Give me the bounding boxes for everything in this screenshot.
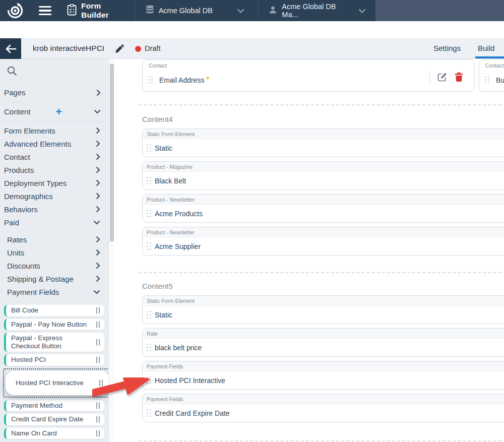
row-field-label: Email Address* [159, 76, 209, 84]
form-row-acme-products[interactable]: Product - Newsletter Acme Products [142, 194, 504, 223]
group-label: Behaviors [4, 205, 38, 214]
drag-handle-icon[interactable] [96, 307, 100, 314]
chip-label: Hosted PCI [11, 356, 46, 363]
form-row-partial[interactable]: Contact Bus [479, 59, 504, 92]
add-content-icon[interactable]: + [55, 107, 62, 116]
annotation-arrow [92, 377, 158, 411]
drag-handle-dots-icon[interactable] [147, 311, 151, 319]
row-type-label: Payment Fields [143, 361, 504, 371]
sidebar-search[interactable] [0, 59, 108, 83]
form-row-acme-supplier[interactable]: Product - Newsletter Acme Supplier [142, 227, 504, 256]
tab-settings[interactable]: Settings [433, 44, 461, 52]
account-selector[interactable]: Acme Global DB Ma... [259, 0, 375, 21]
chevron-right-icon [96, 89, 101, 96]
chip-label: Hosted PCI Interactive [16, 379, 84, 387]
database-selector[interactable]: Acme Global DB [136, 0, 253, 21]
section-title: Content4 [142, 115, 173, 123]
edit-title-pencil-icon[interactable] [115, 44, 124, 53]
drag-handle-icon[interactable] [96, 430, 100, 436]
form-row-black-belt-price[interactable]: Rate black belt price [142, 328, 504, 357]
row-field-label: Static [155, 311, 172, 319]
form-row-hosted-pci-interactive[interactable]: Payment Fields Hosted PCI Interactive [142, 361, 504, 390]
sidebar-subgroup-payment-fields[interactable]: Payment Fields [0, 285, 108, 298]
row-type-label: Product - Magazine [143, 162, 504, 172]
chip-paypal-express-checkout-button[interactable]: Paypal - Express Checkout Button [4, 333, 104, 352]
paid-subgroups: Rates Units Discounts Shipping & Postage… [0, 229, 108, 298]
sidebar-subgroup-shipping-postage[interactable]: Shipping & Postage [0, 272, 108, 285]
sidebar-subgroup-discounts[interactable]: Discounts [0, 259, 108, 272]
sidebar-item-label: Pages [4, 88, 26, 97]
chip-payment-method[interactable]: Payment Method [4, 400, 104, 412]
drag-handle-dots-icon[interactable] [147, 242, 151, 250]
chevron-right-icon [96, 275, 100, 282]
form-row-static-1[interactable]: Static Form Element Static [142, 129, 504, 157]
row-type-label: Contact [143, 60, 474, 71]
chip-paypal-pay-now-button[interactable]: Paypal - Pay Now Button [4, 319, 104, 331]
active-tab-indicator [475, 56, 504, 58]
row-type-label: Product - Newsletter [143, 195, 504, 205]
subgroup-label: Rates [7, 235, 27, 244]
sidebar-subgroup-units[interactable]: Units [0, 246, 108, 259]
drag-handle-dots-icon[interactable] [485, 76, 489, 84]
sidebar-item-content[interactable]: Content + [0, 102, 108, 121]
section-divider [139, 104, 504, 105]
hamburger-menu-icon[interactable] [38, 4, 52, 18]
form-row-black-belt[interactable]: Product - Magazine Black Belt [142, 161, 504, 190]
sidebar-group-deployment-types[interactable]: Deployment Types [0, 176, 108, 190]
chip-label: Bill Code [11, 306, 38, 314]
drag-handle-dots-icon[interactable] [147, 177, 151, 184]
sidebar-group-contact[interactable]: Contact [0, 150, 108, 163]
back-button[interactable] [0, 38, 21, 59]
drag-handle-dots-icon[interactable] [147, 210, 151, 217]
chip-bill-code[interactable]: Bill Code [4, 305, 104, 317]
row-field-label: Static [155, 144, 172, 152]
chip-credit-card-expire-date[interactable]: Credit Card Expire Date [4, 414, 104, 425]
sidebar-group-paid[interactable]: Paid [0, 216, 108, 229]
form-row-credit-card-expire-date[interactable]: Payment Fields Credit Card Expire Date [142, 394, 504, 422]
sidebar-subgroup-rates[interactable]: Rates [0, 233, 108, 246]
row-type-label: Product - Newsletter [143, 227, 504, 237]
drag-handle-icon[interactable] [96, 321, 100, 328]
drag-handle-icon[interactable] [96, 416, 100, 423]
sidebar-group-products[interactable]: Products [0, 163, 108, 176]
edit-field-icon[interactable] [437, 72, 448, 83]
chevron-right-icon [96, 249, 100, 256]
row-field-label: Black Belt [155, 177, 186, 185]
app-title: Form Builder [81, 2, 130, 20]
chevron-down-icon [93, 220, 100, 225]
search-icon [7, 66, 17, 76]
row-field-label: Credit Card Expire Date [155, 409, 230, 417]
status-dot [135, 46, 141, 52]
chip-label: Name On Card [11, 429, 57, 437]
sidebar-group-demographics[interactable]: Demographics [0, 190, 108, 203]
drag-handle-dots-icon[interactable] [148, 76, 153, 84]
sidebar-group-behaviors[interactable]: Behaviors [0, 203, 108, 216]
chip-name-on-card[interactable]: Name On Card [4, 428, 104, 439]
tab-build[interactable]: Build [478, 44, 494, 52]
chevron-right-icon [96, 140, 100, 147]
drag-handle-dots-icon[interactable] [147, 344, 151, 351]
database-selector-label: Acme Global DB [159, 7, 213, 15]
form-row-email-address[interactable]: Contact Email Address* [142, 59, 475, 92]
drag-handle-dots-icon[interactable] [147, 144, 151, 152]
scrollbar-thumb[interactable] [110, 64, 114, 241]
group-label: Paid [4, 218, 19, 227]
row-type-label: Payment Fields [143, 394, 504, 404]
chip-hosted-pci[interactable]: Hosted PCI [4, 354, 104, 366]
sidebar-group-advanced-elements[interactable]: Advanced Elements [0, 137, 108, 150]
chip-label: Payment Method [11, 402, 62, 409]
chevron-right-icon [96, 153, 100, 160]
row-type-label: Rate [143, 329, 504, 339]
row-field-label: Acme Products [155, 210, 203, 218]
delete-field-trash-icon[interactable] [455, 72, 463, 82]
drag-handle-icon[interactable] [96, 357, 100, 363]
form-row-static-2[interactable]: Static Form Element Static [142, 295, 504, 324]
sidebar-item-pages[interactable]: Pages [0, 83, 108, 102]
group-label: Contact [4, 153, 30, 161]
subgroup-label: Shipping & Postage [7, 275, 74, 283]
drag-handle-icon[interactable] [96, 339, 100, 346]
omeda-logo-icon[interactable] [7, 2, 24, 19]
row-field-label: black belt price [155, 344, 202, 352]
sidebar-group-form-elements[interactable]: Form Elements [0, 124, 108, 137]
app-identity: Form Builder [67, 2, 130, 20]
